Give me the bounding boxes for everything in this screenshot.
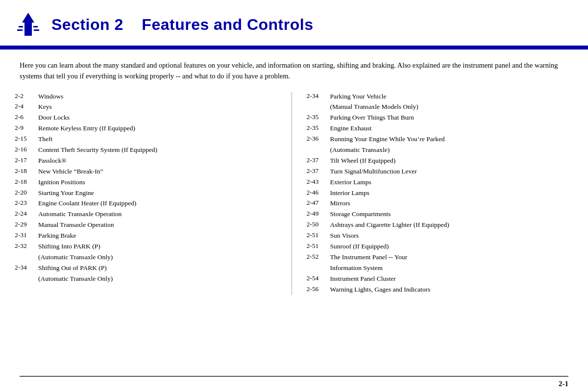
toc-label: Keys <box>38 102 52 112</box>
toc-page: 2-35 <box>307 123 330 132</box>
toc-page: 2-34 <box>15 263 38 271</box>
toc-page: 2-32 <box>15 242 38 250</box>
toc-entry: 2-6Door Locks <box>15 113 282 122</box>
toc-page: 2-49 <box>307 209 330 218</box>
brand-logo <box>15 9 42 41</box>
toc-page: 2-29 <box>15 220 38 228</box>
page-container: Section 2 Features and Controls Here you… <box>0 0 588 392</box>
toc-label: Automatic Transaxle Operation <box>38 209 122 219</box>
toc-entry: 2-43Exterior Lamps <box>307 177 574 187</box>
toc-label: Remote Keyless Entry (If Equipped) <box>38 123 135 133</box>
toc-page: 2-35 <box>307 113 330 121</box>
footer-rule <box>20 376 568 377</box>
toc-left: 2-2Windows2-4Keys2-6Door Locks2-9Remote … <box>15 92 292 295</box>
toc-entry: 2-35Engine Exhaust <box>307 123 574 133</box>
toc-entry: 2-31Parking Brake <box>15 231 282 241</box>
toc-label: Sunroof (If Equipped) <box>330 242 389 251</box>
toc-entry: 2-35Parking Over Things That Burn <box>307 113 574 122</box>
toc-page: 2-24 <box>15 209 38 218</box>
intro-text: Here you can learn about the many standa… <box>0 49 588 90</box>
toc-label: Sun Visors <box>330 231 359 241</box>
toc-entry: 2-18New Vehicle “Break-In” <box>15 167 282 176</box>
svg-marker-0 <box>22 13 34 36</box>
toc-entry: (Automatic Transaxle) <box>307 145 574 155</box>
toc-entry: 2-56Warning Lights, Gages and Indicators <box>307 285 574 294</box>
toc-label: Door Locks <box>38 113 70 122</box>
toc-label: Windows <box>38 92 63 101</box>
toc-label: Tilt Wheel (If Equipped) <box>330 156 396 166</box>
toc-label: Parking Your Vehicle <box>330 92 387 101</box>
toc-page: 2-17 <box>15 156 38 164</box>
toc-entry: 2-17Passlock® <box>15 156 282 166</box>
toc-right: 2-34Parking Your Vehicle(Manual Transaxl… <box>292 92 574 295</box>
toc-label: Shifting Out of PARK (P) <box>38 263 107 273</box>
toc-page: 2-56 <box>307 285 330 293</box>
svg-rect-2 <box>33 26 38 27</box>
toc-label-indent: (Automatic Transaxle Only) <box>38 274 113 284</box>
toc-entry: 2-9Remote Keyless Entry (If Equipped) <box>15 123 282 133</box>
toc-page: 2-51 <box>307 231 330 239</box>
toc-entry: 2-47Mirrors <box>307 198 574 208</box>
toc-entry: 2-29Manual Transaxle Operation <box>15 220 282 230</box>
toc-page: 2-16 <box>15 145 38 153</box>
toc-page: 2-2 <box>15 92 38 100</box>
toc-entry: 2-37Turn Signal/Multifunction Lever <box>307 167 574 176</box>
toc-label: Mirrors <box>330 198 350 208</box>
toc-entry: 2-32Shifting Into PARK (P) <box>15 242 282 251</box>
toc-label: Interior Lamps <box>330 188 370 198</box>
toc-label: Storage Compartments <box>330 209 391 219</box>
toc-entry: 2-24Automatic Transaxle Operation <box>15 209 282 219</box>
toc-label: Engine Exhaust <box>330 123 372 133</box>
toc-page: 2-43 <box>307 177 330 186</box>
logo-container <box>15 9 42 41</box>
toc-container: 2-2Windows2-4Keys2-6Door Locks2-9Remote … <box>0 90 588 295</box>
toc-entry: 2-4Keys <box>15 102 282 112</box>
toc-label: Ashtrays and Cigarette Lighter (If Equip… <box>330 220 449 230</box>
toc-entry: 2-23Engine Coolant Heater (If Equipped) <box>15 198 282 208</box>
toc-entry: 2-2Windows <box>15 92 282 101</box>
toc-entry: (Automatic Transaxle Only) <box>15 274 282 284</box>
toc-label: Ignition Positions <box>38 177 85 187</box>
toc-entry: 2-20Starting Your Engine <box>15 188 282 198</box>
toc-page: 2-6 <box>15 113 38 121</box>
toc-label: Turn Signal/Multifunction Lever <box>330 167 417 176</box>
toc-entry: 2-54Instrument Panel Cluster <box>307 274 574 284</box>
toc-label: Content Theft Security System (If Equipp… <box>38 145 157 155</box>
toc-page: 2-46 <box>307 188 330 196</box>
toc-page: 2-20 <box>15 188 38 196</box>
toc-entry: (Automatic Transaxle Only) <box>15 252 282 262</box>
toc-entry: 2-52The Instrument Panel -- Your <box>307 252 574 262</box>
toc-entry: 2-34Parking Your Vehicle <box>307 92 574 101</box>
toc-page: 2-52 <box>307 252 330 261</box>
toc-label: Parking Brake <box>38 231 76 241</box>
toc-page: 2-15 <box>15 134 38 143</box>
toc-page: 2-34 <box>307 92 330 100</box>
toc-entry: 2-49Storage Compartments <box>307 209 574 219</box>
toc-label: Running Your Engine While You’re Parked <box>330 134 445 144</box>
toc-label-indent: (Automatic Transaxle Only) <box>38 252 113 262</box>
footer-page-number: 2-1 <box>20 380 568 388</box>
toc-label: Exterior Lamps <box>330 177 371 187</box>
toc-page: 2-4 <box>15 102 38 110</box>
toc-label: Manual Transaxle Operation <box>38 220 114 230</box>
toc-page: 2-18 <box>15 167 38 175</box>
toc-label: Parking Over Things That Burn <box>330 113 414 122</box>
toc-page: 2-37 <box>307 167 330 175</box>
toc-page: 2-54 <box>307 274 330 282</box>
toc-page: 2-36 <box>307 134 330 143</box>
toc-label: Starting Your Engine <box>38 188 94 198</box>
toc-label-indent: (Automatic Transaxle) <box>330 145 390 155</box>
toc-page: 2-51 <box>307 242 330 250</box>
toc-label: Theft <box>38 134 52 144</box>
toc-entry: 2-18Ignition Positions <box>15 177 282 187</box>
footer: 2-1 <box>0 376 588 392</box>
toc-page: 2-50 <box>307 220 330 228</box>
toc-label: The Instrument Panel -- Your <box>330 252 408 262</box>
toc-page: 2-47 <box>307 198 330 207</box>
toc-label-indent: Information System <box>330 263 383 273</box>
toc-page: 2-18 <box>15 177 38 186</box>
toc-page: 2-23 <box>15 198 38 207</box>
toc-entry: 2-50Ashtrays and Cigarette Lighter (If E… <box>307 220 574 230</box>
toc-page: 2-31 <box>15 231 38 239</box>
svg-rect-4 <box>34 29 39 31</box>
